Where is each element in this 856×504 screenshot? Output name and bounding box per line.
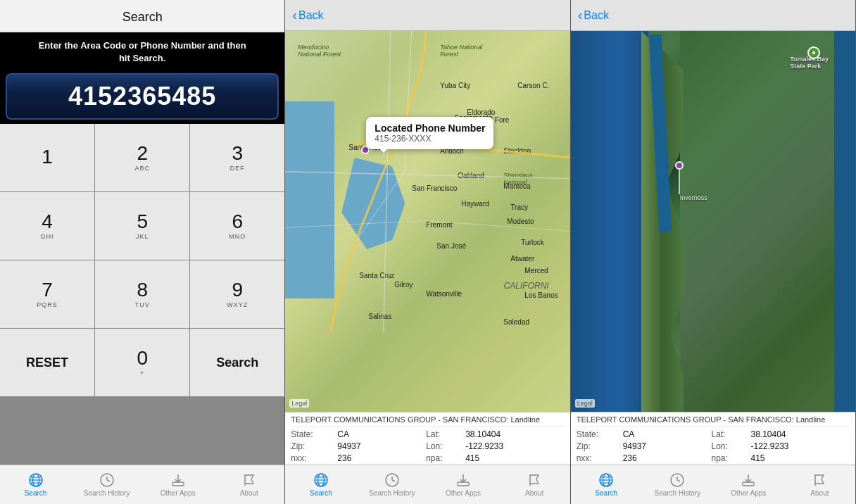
clock-icon-2: [384, 472, 400, 488]
back-button-3[interactable]: ‹ Back: [578, 8, 609, 22]
svg-line-18: [392, 480, 395, 481]
tab-bar-2: Search Search History Other Apps: [285, 465, 569, 504]
road-overlay-1: [285, 31, 569, 333]
dialpad-panel: Search Enter the Area Code or Phone Numb…: [0, 0, 285, 504]
key-5[interactable]: 5 JKL: [95, 192, 189, 260]
npa-label-1: npa:: [426, 453, 461, 463]
tab-search-3[interactable]: Search: [571, 465, 642, 504]
nav-bar-2: ‹ Back: [285, 0, 569, 31]
info-grid-1: State: CA Lat: 38.10404 Zip: 94937 Lon: …: [291, 429, 564, 463]
chevron-left-icon-3: ‹: [578, 8, 583, 22]
nav-bar-3: ‹ Back: [571, 0, 855, 31]
tab-history-1[interactable]: Search History: [71, 465, 142, 504]
key-1[interactable]: 1: [0, 124, 94, 191]
tab-history-label-1: Search History: [84, 489, 130, 497]
tab-about-label-2: About: [525, 489, 543, 497]
location-pin-2: [675, 161, 684, 170]
tab-otherapps-3[interactable]: Other Apps: [713, 465, 784, 504]
info-grid-2: State: CA Lat: 38.10404 Zip: 94937 Lon: …: [577, 429, 850, 463]
map-legal-2: Legal: [575, 399, 595, 408]
tab-otherapps-2[interactable]: Other Apps: [427, 465, 498, 504]
lon-val-2: -122.9233: [750, 441, 850, 451]
tab-history-3[interactable]: Search History: [642, 465, 713, 504]
dialpad-body: Enter the Area Code or Phone Number and …: [0, 32, 284, 465]
tab-bar-1: Search Search History Other Apps: [0, 465, 284, 504]
lon-label-2: Lon:: [711, 441, 746, 451]
lat-val-1: 38.10404: [465, 429, 565, 439]
lon-label-1: Lon:: [426, 441, 461, 451]
clock-icon: [99, 472, 115, 488]
phone-display: 4152365485: [6, 73, 279, 120]
zip-val-1: 94937: [337, 441, 422, 451]
right-water: [834, 31, 855, 412]
map-callout-1: Located Phone Number 415-236-XXXX: [366, 117, 493, 149]
key-2[interactable]: 2 ABC: [95, 124, 189, 191]
tab-search-1[interactable]: Search: [0, 465, 71, 504]
state-label-2: State:: [577, 429, 619, 439]
carrier-1: TELEPORT COMMUNICATIONS GROUP - SAN FRAN…: [291, 415, 564, 427]
tab-about-3[interactable]: About: [784, 465, 855, 504]
tab-about-label-3: About: [810, 489, 829, 497]
tab-history-label-3: Search History: [654, 489, 700, 497]
panel1-header: Search: [0, 0, 284, 32]
inland-terrain: [680, 31, 855, 412]
download-icon-2: [455, 472, 471, 488]
key-6[interactable]: 6 MNO: [190, 192, 284, 260]
key-7[interactable]: 7 PQRS: [0, 260, 94, 328]
lat-val-2: 38.10404: [750, 429, 850, 439]
globe-icon: [28, 472, 44, 488]
pin-line: [679, 166, 680, 194]
clock-icon-3: [669, 472, 685, 488]
green-location-pin: [807, 46, 820, 59]
key-9[interactable]: 9 WXYZ: [190, 260, 284, 328]
flag-icon-3: [812, 472, 827, 488]
key-4[interactable]: 4 GHI: [0, 192, 94, 260]
lat-label-1: Lat:: [426, 429, 461, 439]
back-label-3: Back: [584, 9, 609, 22]
download-icon: [170, 472, 186, 488]
tab-search-label-2: Search: [310, 489, 332, 497]
flag-icon-2: [527, 472, 542, 488]
zip-val-2: 94937: [623, 441, 707, 451]
back-label-2: Back: [298, 9, 324, 22]
key-8[interactable]: 8 TUV: [95, 260, 189, 328]
nxx-label-1: nxx:: [291, 453, 333, 463]
tab-history-label-2: Search History: [369, 489, 415, 497]
tab-otherapps-label-2: Other Apps: [446, 489, 481, 497]
tab-search-label-3: Search: [595, 489, 617, 497]
display-number: 4152365485: [68, 82, 216, 111]
instruction-text: Enter the Area Code or Phone Number and …: [0, 32, 284, 69]
tab-about-1[interactable]: About: [213, 465, 284, 504]
key-3[interactable]: 3 DEF: [190, 124, 284, 191]
ocean-satellite: [571, 31, 648, 412]
tab-about-2[interactable]: About: [499, 465, 570, 504]
tab-history-2[interactable]: Search History: [356, 465, 427, 504]
flag-icon: [241, 472, 257, 488]
label-inverness: Inverness: [680, 194, 707, 201]
tab-search-2[interactable]: Search: [285, 465, 356, 504]
globe-icon-2: [313, 472, 329, 488]
tab-otherapps-1[interactable]: Other Apps: [142, 465, 213, 504]
chevron-left-icon: ‹: [292, 8, 297, 22]
reset-button[interactable]: RESET: [0, 329, 94, 396]
npa-label-2: npa:: [711, 453, 746, 463]
map-legal-1: Legal: [289, 399, 309, 408]
info-panel-2: TELEPORT COMMUNICATIONS GROUP - SAN FRAN…: [571, 412, 855, 465]
svg-line-29: [677, 480, 680, 481]
npa-val-2: 415: [750, 453, 850, 463]
map-panel-2: ‹ Back Tomales BayState Park Inverness L…: [571, 0, 856, 504]
tab-about-label-1: About: [240, 489, 258, 497]
info-panel-1: TELEPORT COMMUNICATIONS GROUP - SAN FRAN…: [285, 412, 569, 465]
carrier-2: TELEPORT COMMUNICATIONS GROUP - SAN FRAN…: [577, 415, 850, 427]
search-button[interactable]: Search: [190, 329, 284, 396]
zip-label-2: Zip:: [577, 441, 619, 451]
state-val-2: CA: [623, 429, 707, 439]
key-0[interactable]: 0 +: [95, 329, 189, 396]
nxx-val-1: 236: [337, 453, 422, 463]
back-button-2[interactable]: ‹ Back: [292, 8, 323, 22]
map-view-1[interactable]: MendocinoNational Forest Tahoe NationalF…: [285, 31, 569, 412]
map-panel-1: ‹ Back MendocinoNational Forest Tahoe Na…: [285, 0, 570, 504]
lon-val-1: -122.9233: [465, 441, 565, 451]
globe-icon-3: [598, 472, 614, 488]
map-view-2[interactable]: Tomales BayState Park Inverness Legal: [571, 31, 855, 412]
